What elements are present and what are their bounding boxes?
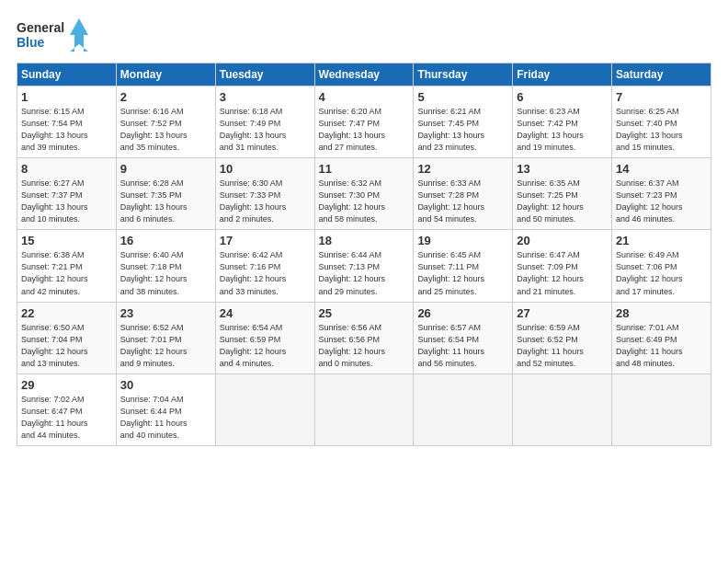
day-info: Sunrise: 6:54 AM Sunset: 6:59 PM Dayligh…: [220, 322, 311, 370]
day-number: 9: [120, 162, 211, 176]
day-cell: 1Sunrise: 6:15 AM Sunset: 7:54 PM Daylig…: [17, 86, 117, 158]
page: General Blue SundayMondayTuesdayWednesda…: [0, 0, 728, 455]
day-info: Sunrise: 6:59 AM Sunset: 6:52 PM Dayligh…: [517, 322, 608, 370]
day-cell: 24Sunrise: 6:54 AM Sunset: 6:59 PM Dayli…: [215, 302, 314, 373]
day-info: Sunrise: 6:28 AM Sunset: 7:35 PM Dayligh…: [120, 178, 211, 225]
week-row-4: 22Sunrise: 6:50 AM Sunset: 7:04 PM Dayli…: [17, 302, 711, 373]
day-number: 13: [517, 162, 608, 176]
day-info: Sunrise: 6:47 AM Sunset: 7:09 PM Dayligh…: [517, 249, 608, 297]
day-cell: 23Sunrise: 6:52 AM Sunset: 7:01 PM Dayli…: [116, 302, 215, 373]
header-row: SundayMondayTuesdayWednesdayThursdayFrid…: [17, 63, 711, 86]
day-number: 5: [417, 90, 508, 104]
day-number: 28: [616, 306, 707, 320]
day-info: Sunrise: 6:30 AM Sunset: 7:33 PM Dayligh…: [220, 178, 311, 225]
svg-text:General: General: [17, 20, 64, 35]
day-cell: 7Sunrise: 6:25 AM Sunset: 7:40 PM Daylig…: [612, 86, 711, 158]
col-header-friday: Friday: [513, 63, 612, 86]
day-number: 24: [220, 306, 311, 320]
day-cell: 2Sunrise: 6:16 AM Sunset: 7:52 PM Daylig…: [116, 86, 215, 158]
day-number: 6: [517, 90, 608, 104]
day-cell: [414, 373, 513, 445]
col-header-wednesday: Wednesday: [314, 63, 414, 86]
day-number: 19: [417, 234, 508, 247]
day-number: 26: [417, 306, 508, 320]
day-cell: [612, 373, 711, 445]
day-info: Sunrise: 6:23 AM Sunset: 7:42 PM Dayligh…: [517, 106, 608, 154]
day-number: 12: [417, 162, 508, 176]
day-number: 20: [517, 234, 608, 247]
day-cell: 30Sunrise: 7:04 AM Sunset: 6:44 PM Dayli…: [116, 373, 215, 445]
day-number: 21: [616, 234, 707, 247]
day-cell: 27Sunrise: 6:59 AM Sunset: 6:52 PM Dayli…: [513, 302, 612, 373]
day-cell: 4Sunrise: 6:20 AM Sunset: 7:47 PM Daylig…: [314, 86, 414, 158]
week-row-1: 1Sunrise: 6:15 AM Sunset: 7:54 PM Daylig…: [17, 86, 711, 158]
day-info: Sunrise: 6:50 AM Sunset: 7:04 PM Dayligh…: [21, 322, 112, 370]
day-number: 2: [120, 90, 211, 104]
col-header-thursday: Thursday: [414, 63, 513, 86]
header: General Blue: [17, 17, 711, 53]
day-cell: [215, 373, 314, 445]
day-info: Sunrise: 7:04 AM Sunset: 6:44 PM Dayligh…: [120, 394, 211, 442]
day-info: Sunrise: 6:37 AM Sunset: 7:23 PM Dayligh…: [616, 178, 707, 225]
day-info: Sunrise: 6:42 AM Sunset: 7:16 PM Dayligh…: [220, 249, 311, 297]
col-header-sunday: Sunday: [17, 63, 117, 86]
day-cell: 20Sunrise: 6:47 AM Sunset: 7:09 PM Dayli…: [513, 230, 612, 302]
svg-marker-2: [70, 18, 88, 52]
day-info: Sunrise: 6:25 AM Sunset: 7:40 PM Dayligh…: [616, 106, 707, 154]
col-header-monday: Monday: [116, 63, 215, 86]
day-number: 18: [319, 234, 410, 247]
day-info: Sunrise: 6:49 AM Sunset: 7:06 PM Dayligh…: [616, 249, 707, 297]
day-number: 23: [120, 306, 211, 320]
logo: General Blue: [17, 17, 90, 53]
day-number: 30: [120, 378, 211, 392]
day-info: Sunrise: 6:56 AM Sunset: 6:56 PM Dayligh…: [319, 322, 410, 370]
day-number: 4: [319, 90, 410, 104]
day-info: Sunrise: 6:45 AM Sunset: 7:11 PM Dayligh…: [417, 249, 508, 297]
day-number: 29: [21, 378, 112, 392]
day-cell: 29Sunrise: 7:02 AM Sunset: 6:47 PM Dayli…: [17, 373, 117, 445]
day-number: 25: [319, 306, 410, 320]
day-number: 22: [21, 306, 112, 320]
day-cell: 16Sunrise: 6:40 AM Sunset: 7:18 PM Dayli…: [116, 230, 215, 302]
col-header-saturday: Saturday: [612, 63, 711, 86]
week-row-3: 15Sunrise: 6:38 AM Sunset: 7:21 PM Dayli…: [17, 230, 711, 302]
day-number: 10: [220, 162, 311, 176]
day-cell: 13Sunrise: 6:35 AM Sunset: 7:25 PM Dayli…: [513, 158, 612, 230]
day-cell: 18Sunrise: 6:44 AM Sunset: 7:13 PM Dayli…: [314, 230, 414, 302]
day-info: Sunrise: 6:40 AM Sunset: 7:18 PM Dayligh…: [120, 249, 211, 297]
day-number: 8: [21, 162, 112, 176]
day-info: Sunrise: 6:15 AM Sunset: 7:54 PM Dayligh…: [21, 106, 112, 154]
day-info: Sunrise: 6:21 AM Sunset: 7:45 PM Dayligh…: [417, 106, 508, 154]
day-cell: 12Sunrise: 6:33 AM Sunset: 7:28 PM Dayli…: [414, 158, 513, 230]
day-info: Sunrise: 6:20 AM Sunset: 7:47 PM Dayligh…: [319, 106, 410, 154]
day-number: 17: [220, 234, 311, 247]
day-info: Sunrise: 6:33 AM Sunset: 7:28 PM Dayligh…: [417, 178, 508, 225]
day-info: Sunrise: 7:01 AM Sunset: 6:49 PM Dayligh…: [616, 322, 707, 370]
day-cell: 6Sunrise: 6:23 AM Sunset: 7:42 PM Daylig…: [513, 86, 612, 158]
day-cell: 11Sunrise: 6:32 AM Sunset: 7:30 PM Dayli…: [314, 158, 414, 230]
calendar-table: SundayMondayTuesdayWednesdayThursdayFrid…: [17, 63, 711, 446]
day-cell: 3Sunrise: 6:18 AM Sunset: 7:49 PM Daylig…: [215, 86, 314, 158]
week-row-5: 29Sunrise: 7:02 AM Sunset: 6:47 PM Dayli…: [17, 373, 711, 445]
day-number: 15: [21, 234, 112, 247]
day-number: 1: [21, 90, 112, 104]
day-cell: 15Sunrise: 6:38 AM Sunset: 7:21 PM Dayli…: [17, 230, 117, 302]
day-cell: 9Sunrise: 6:28 AM Sunset: 7:35 PM Daylig…: [116, 158, 215, 230]
day-info: Sunrise: 6:38 AM Sunset: 7:21 PM Dayligh…: [21, 249, 112, 297]
day-info: Sunrise: 6:35 AM Sunset: 7:25 PM Dayligh…: [517, 178, 608, 225]
svg-text:Blue: Blue: [17, 35, 45, 50]
day-cell: 14Sunrise: 6:37 AM Sunset: 7:23 PM Dayli…: [612, 158, 711, 230]
day-cell: 19Sunrise: 6:45 AM Sunset: 7:11 PM Dayli…: [414, 230, 513, 302]
day-number: 3: [220, 90, 311, 104]
day-info: Sunrise: 6:52 AM Sunset: 7:01 PM Dayligh…: [120, 322, 211, 370]
day-cell: 25Sunrise: 6:56 AM Sunset: 6:56 PM Dayli…: [314, 302, 414, 373]
col-header-tuesday: Tuesday: [215, 63, 314, 86]
day-info: Sunrise: 6:16 AM Sunset: 7:52 PM Dayligh…: [120, 106, 211, 154]
day-number: 11: [319, 162, 410, 176]
day-info: Sunrise: 6:32 AM Sunset: 7:30 PM Dayligh…: [319, 178, 410, 225]
day-info: Sunrise: 6:44 AM Sunset: 7:13 PM Dayligh…: [319, 249, 410, 297]
day-cell: 28Sunrise: 7:01 AM Sunset: 6:49 PM Dayli…: [612, 302, 711, 373]
day-cell: 22Sunrise: 6:50 AM Sunset: 7:04 PM Dayli…: [17, 302, 117, 373]
day-info: Sunrise: 7:02 AM Sunset: 6:47 PM Dayligh…: [21, 394, 112, 442]
day-cell: 8Sunrise: 6:27 AM Sunset: 7:37 PM Daylig…: [17, 158, 117, 230]
